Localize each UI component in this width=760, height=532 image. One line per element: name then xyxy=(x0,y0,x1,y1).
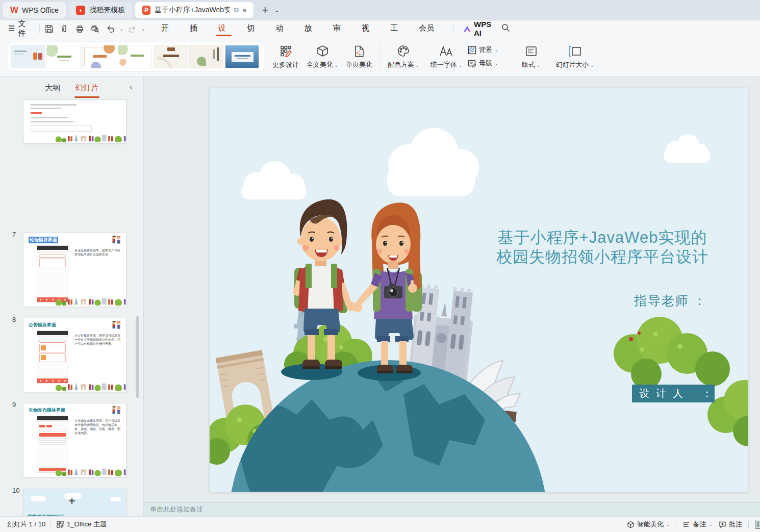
color-scheme-label: 配色方案 ⌄ xyxy=(388,60,419,69)
share-screen-icon[interactable]: ⧉ xyxy=(234,6,239,14)
divider xyxy=(379,42,380,71)
slide-number: 10 xyxy=(12,487,19,494)
tab-list-caret-icon[interactable]: ⌄ xyxy=(274,7,280,14)
mini-slide-title: 公告模块界面 xyxy=(29,322,56,328)
advisor-text[interactable]: 指导老师 ： xyxy=(634,292,707,309)
color-scheme-button[interactable]: 配色方案 ⌄ xyxy=(382,41,425,72)
menu-tab-view[interactable]: 视图 xyxy=(353,20,382,37)
search-icon[interactable] xyxy=(501,23,510,34)
sidebar-scrollbar[interactable] xyxy=(136,316,139,398)
new-tab-button[interactable]: + xyxy=(262,5,268,16)
mini-decoration-strip xyxy=(23,382,126,391)
template-thumbnail-6[interactable] xyxy=(189,45,223,68)
redo-button[interactable] xyxy=(125,22,139,35)
theme-button[interactable]: 1_Office 主题 xyxy=(56,520,107,529)
smart-beautify-button[interactable]: 智能美化 ⌄ xyxy=(627,520,670,529)
wps-ai-button[interactable]: WPS AI xyxy=(464,20,494,37)
slide-counter: 幻灯片 1 / 10 xyxy=(7,520,45,529)
divider xyxy=(676,521,676,528)
slide-thumbnail[interactable]: 论坛模块界面 在论坛模块界面中，如果用户可以发布帖子进行交流和互动 xyxy=(23,233,126,307)
template-thumbnail-2[interactable] xyxy=(46,45,81,68)
unify-font-label: 统一字体 ⌄ xyxy=(430,60,462,69)
mini-decoration-strip xyxy=(23,467,126,476)
current-slide[interactable]: 基于小程序+JavaWeb实现的 校园失物招领小程序平台设计 指导老师 ： 设 … xyxy=(209,88,748,492)
menu-tab-animation[interactable]: 动画 xyxy=(267,20,295,37)
layout-button[interactable]: 版式 ⌄ xyxy=(516,41,546,72)
print-button[interactable] xyxy=(73,22,87,35)
mini-decoration-strip xyxy=(23,133,126,142)
wps-ai-icon xyxy=(464,25,471,33)
slide-size-button[interactable]: 幻灯片大小 ⌄ xyxy=(550,41,599,72)
background-master-group: 背景 ⌄ 母版 ⌄ xyxy=(468,41,512,72)
bush-right xyxy=(614,317,730,389)
quick-access-toolbar: ⌄ ⌄ xyxy=(43,22,145,35)
background-button[interactable]: 背景 ⌄ xyxy=(468,45,512,55)
slide-title-text[interactable]: 基于小程序+JavaWeb实现的 校园失物招领小程序平台设计 xyxy=(444,228,748,267)
color-scheme-icon xyxy=(397,44,410,58)
divider xyxy=(39,24,40,33)
beautify-all-button[interactable]: 全文美化 ⌄ xyxy=(304,41,341,72)
tab-docer-templates[interactable]: ◗ 找稻壳模板 xyxy=(69,2,132,18)
background-label: 背景 xyxy=(479,45,492,55)
qat-customize-caret-icon[interactable]: ⌄ xyxy=(141,26,145,32)
more-design-label: 更多设计 xyxy=(272,60,299,69)
menu-tab-tools[interactable]: 工具 xyxy=(382,20,410,37)
slide-panel: 大纲 幻灯片 ‹ 7 论坛模块界面 xyxy=(0,77,144,516)
wps-ai-label: WPS AI xyxy=(474,20,494,37)
template-thumbnail-7[interactable] xyxy=(225,45,259,68)
collapse-panel-icon[interactable]: ‹ xyxy=(130,83,132,91)
unify-font-icon xyxy=(439,44,454,58)
template-thumbnail-4[interactable] xyxy=(118,45,152,68)
menu-tab-home[interactable]: 开始 xyxy=(153,20,181,37)
mini-body-text: 在论坛模块界面中，如果用户可以发布帖子进行交流和互动 xyxy=(74,248,122,257)
tab-current-document[interactable]: P 基于小程序+JavaWeb实现的校 ⧉ xyxy=(135,2,254,18)
undo-button[interactable] xyxy=(104,22,117,35)
more-design-button[interactable]: 更多设计 xyxy=(267,41,304,72)
divider xyxy=(50,521,51,528)
slide-thumbnail[interactable] xyxy=(23,99,126,144)
mini-phone-mockup xyxy=(37,416,68,473)
comments-button[interactable]: 批注 xyxy=(719,520,742,529)
file-menu-button[interactable]: ☰ 文件 xyxy=(0,19,36,38)
layout-label: 版式 ⌄ xyxy=(522,60,540,69)
master-button[interactable]: 母版 ⌄ xyxy=(468,59,512,68)
menu-bar: ☰ 文件 xyxy=(0,20,760,37)
normal-view-icon[interactable] xyxy=(755,520,760,529)
wps-presentation-window: W WPS Office ◗ 找稻壳模板 P 基于小程序+JavaWeb实现的校… xyxy=(0,0,760,532)
slide-title-line1: 基于小程序+JavaWeb实现的 xyxy=(444,228,748,247)
tab-outline[interactable]: 大纲 xyxy=(44,81,61,95)
designer-box[interactable]: 设 计 人 ： xyxy=(632,385,715,402)
tab-slides[interactable]: 幻灯片 xyxy=(74,81,99,95)
unify-font-button[interactable]: 统一字体 ⌄ xyxy=(425,41,468,72)
template-thumbnail-3[interactable] xyxy=(82,45,116,68)
slide-thumbnail[interactable]: 公告模块界面 在公告模块界面，管理员可以发布一些有关失物招领的公告信息，用户可以… xyxy=(23,318,126,392)
template-thumbnail-5[interactable] xyxy=(154,45,188,68)
mini-slide-title: 论坛模块界面 xyxy=(29,237,58,243)
menu-tab-review[interactable]: 审阅 xyxy=(324,20,353,37)
add-slide-button[interactable]: + xyxy=(0,494,144,508)
print-preview-button[interactable] xyxy=(89,22,102,35)
undo-caret-icon[interactable]: ⌄ xyxy=(119,26,123,32)
notes-bar[interactable]: 单击此处添加备注 xyxy=(144,502,760,516)
template-thumbnail-1[interactable] xyxy=(11,45,45,68)
slide-number: 8 xyxy=(12,316,16,323)
slide-number: 9 xyxy=(12,401,16,409)
panel-tabs: 大纲 幻灯片 ‹ xyxy=(0,77,143,99)
export-pdf-button[interactable] xyxy=(58,22,71,35)
design-ribbon: 更多设计 全文美化 ⌄ xyxy=(0,37,760,77)
menu-tab-slideshow[interactable]: 放映 xyxy=(296,20,324,37)
menu-tab-insert[interactable]: 插入 xyxy=(181,20,210,37)
file-menu-label: 文件 xyxy=(18,19,30,38)
beautify-page-button[interactable]: 单页美化 xyxy=(341,41,377,72)
mini-body-text: 在失物发布模块界面，用户可以发布失物的详细信息，包括物品名称、描述、地点、分类、… xyxy=(74,419,122,435)
slide-thumbnail[interactable]: 失物发布模块界面 在失物发布模块界面，用户可以发布失物的详细信息，包括物品名称、… xyxy=(23,403,126,477)
menu-tab-membership[interactable]: 会员专享 xyxy=(410,20,450,37)
menu-tab-design[interactable]: 设计 xyxy=(210,20,238,37)
menu-tab-transition[interactable]: 切换 xyxy=(238,20,267,37)
save-button[interactable] xyxy=(43,22,56,35)
master-icon xyxy=(468,59,476,68)
notes-toggle-button[interactable]: 备注 ⌄ xyxy=(682,520,713,529)
tab-wps-office[interactable]: W WPS Office xyxy=(3,2,66,18)
mini-couple-icon xyxy=(111,236,122,244)
slide-canvas: 基于小程序+JavaWeb实现的 校园失物招领小程序平台设计 指导老师 ： 设 … xyxy=(144,77,760,502)
